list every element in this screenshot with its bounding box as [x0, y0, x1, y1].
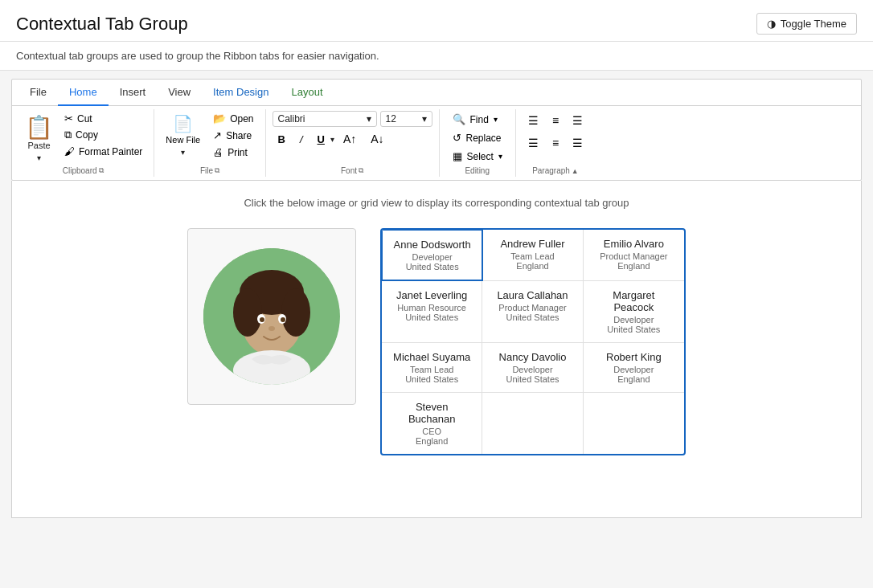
format-painter-button[interactable]: 🖌 Format Painter	[59, 144, 147, 159]
svg-point-4	[281, 288, 310, 337]
format-painter-label: Format Painter	[79, 146, 142, 157]
indent-button[interactable]: ☰	[567, 133, 588, 153]
open-icon: 📂	[213, 112, 226, 125]
cut-label: Cut	[77, 113, 92, 125]
print-button[interactable]: 🖨 Print	[208, 145, 258, 160]
find-label: Find	[470, 114, 489, 125]
font-group-label: Font ⧉	[273, 166, 432, 175]
grid-row: Steven BuchananCEOEngland	[382, 393, 684, 454]
grid-cell[interactable]: Margaret PeacockDeveloperUnited States	[584, 281, 684, 342]
cell-name: Robert King	[593, 351, 674, 363]
ribbon-tabs: File Home Insert View Item Design Layout	[12, 80, 861, 106]
tab-layout[interactable]: Layout	[280, 80, 334, 106]
cell-name: Emilio Alvaro	[593, 238, 674, 250]
find-chevron-icon[interactable]: ▾	[494, 115, 498, 124]
grid-cell[interactable]: Emilio AlvaroProduct ManagerEngland	[584, 230, 684, 280]
tab-insert[interactable]: Insert	[109, 80, 158, 106]
open-button[interactable]: 📂 Open	[208, 111, 258, 126]
select-chevron-icon[interactable]: ▾	[498, 152, 502, 161]
editing-group-content: 🔍 Find ▾ ↺ Replace ▦ Select ▾	[446, 111, 509, 165]
bold-button[interactable]: B	[273, 131, 291, 148]
main-content: Click the below image or grid view to di…	[11, 181, 862, 518]
grid-cell[interactable]: Robert KingDeveloperEngland	[584, 343, 684, 392]
cell-country: England	[492, 261, 572, 271]
underline-wrap: U ▾	[312, 131, 334, 148]
page-subtitle: Contextual tab groups are used to group …	[0, 42, 873, 71]
grid-cell[interactable]: Michael SuyamaTeam LeadUnited States	[382, 343, 482, 392]
paste-label: Paste	[27, 141, 50, 150]
find-button[interactable]: 🔍 Find ▾	[446, 111, 509, 128]
cell-role: Team Lead	[391, 365, 472, 374]
cell-country: England	[593, 261, 674, 271]
clipboard-expand-icon[interactable]: ⧉	[99, 166, 104, 175]
font-shrink-button[interactable]: A↓	[365, 130, 389, 148]
underline-chevron-icon[interactable]: ▾	[330, 135, 334, 144]
font-group: Calibri ▾ 12 ▾ B / U ▾ A↑ A	[266, 109, 440, 177]
ribbon-container: File Home Insert View Item Design Layout…	[11, 79, 862, 181]
underline-button[interactable]: U	[312, 131, 330, 148]
copy-button[interactable]: ⧉ Copy	[59, 127, 147, 143]
svg-point-9	[260, 317, 264, 322]
print-label: Print	[227, 147, 248, 158]
toggle-theme-icon: ◑	[767, 18, 776, 30]
grid-cell[interactable]: Steven BuchananCEOEngland	[382, 393, 482, 454]
tab-item-design[interactable]: Item Design	[202, 80, 280, 106]
paste-chevron-icon[interactable]: ▾	[37, 153, 41, 162]
file-side-buttons: 📂 Open ↗ Share 🖨 Print	[208, 111, 258, 160]
paragraph-group-content: ☰ ≡ ☰ ☰ ≡ ☰	[523, 111, 588, 165]
select-icon: ▦	[453, 150, 462, 162]
cell-name: Laura Callahan	[492, 289, 572, 301]
cell-name: Nancy Davolio	[492, 351, 572, 363]
replace-icon: ↺	[453, 132, 461, 144]
font-size-select[interactable]: 12 ▾	[380, 111, 432, 127]
new-file-label: New File	[166, 135, 200, 145]
cell-country: United States	[492, 374, 572, 384]
cell-name: Michael Suyama	[391, 351, 472, 363]
file-expand-icon[interactable]: ⧉	[215, 166, 219, 175]
cut-icon: ✂	[64, 112, 73, 125]
toggle-theme-button[interactable]: ◑ Toggle Theme	[756, 13, 857, 35]
format-painter-icon: 🖌	[64, 145, 75, 157]
cell-role: Developer	[593, 365, 674, 374]
svg-point-11	[268, 326, 275, 331]
select-button[interactable]: ▦ Select ▾	[446, 148, 509, 165]
ordered-list-button[interactable]: ≡	[547, 133, 564, 153]
clipboard-side-buttons: ✂ Cut ⧉ Copy 🖌 Format Painter	[59, 111, 147, 159]
cell-role: Human Resource	[391, 303, 472, 312]
grid-cell[interactable]: Andrew FullerTeam LeadEngland	[482, 230, 583, 280]
paragraph-expand-icon[interactable]: ▲	[572, 167, 579, 175]
font-expand-icon[interactable]: ⧉	[359, 166, 363, 175]
profile-image-box[interactable]	[187, 228, 356, 405]
content-body: Anne DodsworthDeveloperUnited StatesAndr…	[28, 228, 845, 455]
font-name-select[interactable]: Calibri ▾	[273, 111, 377, 127]
align-center-button[interactable]: ≡	[547, 111, 564, 130]
tab-home[interactable]: Home	[58, 80, 109, 106]
paste-button[interactable]: 📋 Paste	[18, 111, 59, 153]
grid-cell[interactable]: Janet LeverlingHuman ResourceUnited Stat…	[382, 281, 482, 342]
cut-button[interactable]: ✂ Cut	[59, 111, 147, 126]
share-button[interactable]: ↗ Share	[208, 128, 258, 143]
tab-view[interactable]: View	[157, 80, 202, 106]
print-icon: 🖨	[213, 146, 223, 158]
font-row-1: Calibri ▾ 12 ▾	[273, 111, 432, 127]
new-file-chevron-icon[interactable]: ▾	[181, 148, 185, 157]
employee-grid: Anne DodsworthDeveloperUnited StatesAndr…	[380, 228, 686, 455]
grid-cell[interactable]: Anne DodsworthDeveloperUnited States	[381, 229, 483, 281]
grid-cell[interactable]: Nancy DavolioDeveloperUnited States	[482, 343, 583, 392]
align-right-button[interactable]: ☰	[567, 111, 588, 130]
clipboard-group: 📋 Paste ▾ ✂ Cut ⧉ Copy 🖌	[12, 109, 154, 177]
ribbon-toolbar: 📋 Paste ▾ ✂ Cut ⧉ Copy 🖌	[12, 106, 861, 180]
new-file-button[interactable]: 📄 New File	[161, 111, 205, 148]
font-name-chevron-icon: ▾	[367, 113, 371, 125]
cell-country: United States	[593, 325, 674, 334]
align-left-button[interactable]: ☰	[523, 111, 544, 130]
list-button[interactable]: ☰	[523, 133, 544, 153]
clipboard-group-label: Clipboard ⧉	[18, 166, 147, 175]
file-group: 📄 New File ▾ 📂 Open ↗ Share 🖨	[154, 109, 265, 177]
italic-button[interactable]: /	[294, 131, 309, 148]
grid-cell[interactable]: Laura CallahanProduct ManagerUnited Stat…	[482, 281, 583, 342]
font-grow-button[interactable]: A↑	[338, 130, 362, 148]
replace-button[interactable]: ↺ Replace	[446, 129, 509, 146]
grid-cell-empty	[584, 393, 684, 454]
tab-file[interactable]: File	[18, 80, 58, 106]
